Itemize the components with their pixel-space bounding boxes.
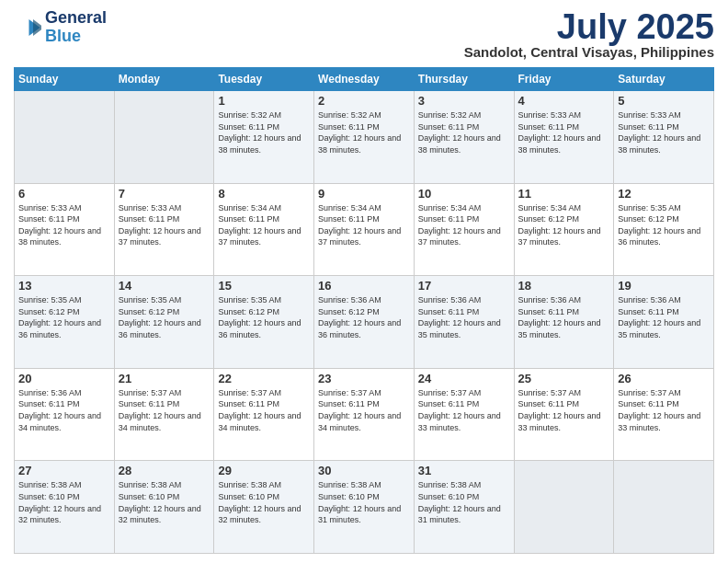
sunset-label: Sunset: 6:11 PM [318,122,380,132]
table-row: 12Sunrise: 5:35 AMSunset: 6:12 PMDayligh… [614,183,714,276]
daylight-label: Daylight: 12 hours and 33 minutes. [418,411,501,432]
sunrise-label: Sunrise: 5:33 AM [18,203,82,213]
header: General Blue July 2025 Sandolot, Central… [14,9,714,60]
svg-marker-1 [33,19,41,36]
col-saturday: Saturday [614,68,714,91]
table-row: 23Sunrise: 5:37 AMSunset: 6:11 PMDayligh… [314,368,415,461]
daylight-label: Daylight: 12 hours and 34 minutes. [218,411,301,432]
daylight-label: Daylight: 12 hours and 37 minutes. [418,226,501,247]
sunset-label: Sunset: 6:11 PM [418,399,480,408]
sunset-label: Sunset: 6:12 PM [218,307,279,316]
col-monday: Monday [114,68,214,91]
day-number: 30 [318,464,410,477]
sunset-label: Sunset: 6:11 PM [18,214,80,224]
day-info: Sunrise: 5:37 AMSunset: 6:11 PMDaylight:… [318,387,410,433]
day-info: Sunrise: 5:38 AMSunset: 6:10 PMDaylight:… [119,479,210,525]
sunset-label: Sunset: 6:10 PM [218,492,279,501]
table-row: 29Sunrise: 5:38 AMSunset: 6:10 PMDayligh… [214,461,314,554]
col-sunday: Sunday [15,68,115,91]
day-number: 2 [318,94,410,108]
day-number: 31 [418,464,510,477]
table-row: 14Sunrise: 5:35 AMSunset: 6:12 PMDayligh… [114,276,214,369]
daylight-label: Daylight: 12 hours and 33 minutes. [618,411,700,432]
day-number: 27 [18,464,110,477]
day-info: Sunrise: 5:32 AMSunset: 6:11 PMDaylight:… [418,109,510,155]
day-number: 8 [218,187,310,201]
table-row: 13Sunrise: 5:35 AMSunset: 6:12 PMDayligh… [15,276,115,369]
daylight-label: Daylight: 12 hours and 38 minutes. [618,133,700,155]
sunrise-label: Sunrise: 5:36 AM [418,295,482,304]
sunrise-label: Sunrise: 5:32 AM [418,110,482,120]
day-number: 21 [119,372,210,385]
day-info: Sunrise: 5:34 AMSunset: 6:11 PMDaylight:… [318,202,410,248]
sunset-label: Sunset: 6:11 PM [618,399,679,408]
day-number: 16 [318,279,410,293]
col-thursday: Thursday [414,68,514,91]
daylight-label: Daylight: 12 hours and 36 minutes. [318,318,401,339]
day-info: Sunrise: 5:37 AMSunset: 6:11 PMDaylight:… [119,387,210,433]
day-info: Sunrise: 5:35 AMSunset: 6:12 PMDaylight:… [18,294,110,340]
sunset-label: Sunset: 6:11 PM [518,399,580,408]
day-info: Sunrise: 5:35 AMSunset: 6:12 PMDaylight:… [119,294,210,340]
sunrise-label: Sunrise: 5:37 AM [618,388,681,397]
day-info: Sunrise: 5:33 AMSunset: 6:11 PMDaylight:… [18,202,110,248]
daylight-label: Daylight: 12 hours and 34 minutes. [18,411,101,432]
day-info: Sunrise: 5:38 AMSunset: 6:10 PMDaylight:… [18,479,110,525]
day-number: 1 [218,94,310,108]
col-wednesday: Wednesday [314,68,415,91]
sunset-label: Sunset: 6:11 PM [119,399,180,408]
daylight-label: Daylight: 12 hours and 38 minutes. [18,226,101,247]
day-info: Sunrise: 5:36 AMSunset: 6:12 PMDaylight:… [318,294,410,340]
daylight-label: Daylight: 12 hours and 31 minutes. [418,504,501,525]
logo-icon [14,14,41,41]
page: General Blue July 2025 Sandolot, Central… [0,0,728,563]
day-number: 5 [618,94,710,108]
day-number: 9 [318,187,410,201]
calendar-week-row: 1Sunrise: 5:32 AMSunset: 6:11 PMDaylight… [15,91,714,184]
table-row: 17Sunrise: 5:36 AMSunset: 6:11 PMDayligh… [414,276,514,369]
day-number: 19 [618,279,710,293]
day-info: Sunrise: 5:32 AMSunset: 6:11 PMDaylight:… [318,109,410,155]
table-row: 7Sunrise: 5:33 AMSunset: 6:11 PMDaylight… [114,183,214,276]
daylight-label: Daylight: 12 hours and 32 minutes. [218,504,301,525]
table-row: 18Sunrise: 5:36 AMSunset: 6:11 PMDayligh… [514,276,614,369]
table-row: 30Sunrise: 5:38 AMSunset: 6:10 PMDayligh… [314,461,415,554]
day-info: Sunrise: 5:38 AMSunset: 6:10 PMDaylight:… [218,479,310,525]
table-row: 5Sunrise: 5:33 AMSunset: 6:11 PMDaylight… [614,91,714,184]
day-info: Sunrise: 5:35 AMSunset: 6:12 PMDaylight:… [218,294,310,340]
sunset-label: Sunset: 6:12 PM [119,307,180,316]
table-row: 2Sunrise: 5:32 AMSunset: 6:11 PMDaylight… [314,91,415,184]
day-number: 4 [518,94,610,108]
daylight-label: Daylight: 12 hours and 38 minutes. [518,133,601,155]
daylight-label: Daylight: 12 hours and 36 minutes. [618,226,700,247]
daylight-label: Daylight: 12 hours and 32 minutes. [119,504,201,525]
sunset-label: Sunset: 6:10 PM [119,492,180,501]
table-row: 4Sunrise: 5:33 AMSunset: 6:11 PMDaylight… [514,91,614,184]
sunset-label: Sunset: 6:12 PM [618,214,679,224]
sunrise-label: Sunrise: 5:38 AM [218,480,281,489]
day-info: Sunrise: 5:36 AMSunset: 6:11 PMDaylight:… [18,387,110,433]
table-row: 21Sunrise: 5:37 AMSunset: 6:11 PMDayligh… [114,368,214,461]
day-number: 25 [518,372,610,385]
daylight-label: Daylight: 12 hours and 37 minutes. [318,226,401,247]
sunset-label: Sunset: 6:12 PM [318,307,380,316]
sunset-label: Sunset: 6:11 PM [318,399,380,408]
day-number: 7 [119,187,210,201]
table-row: 9Sunrise: 5:34 AMSunset: 6:11 PMDaylight… [314,183,415,276]
table-row: 19Sunrise: 5:36 AMSunset: 6:11 PMDayligh… [614,276,714,369]
table-row: 27Sunrise: 5:38 AMSunset: 6:10 PMDayligh… [15,461,115,554]
day-info: Sunrise: 5:34 AMSunset: 6:11 PMDaylight:… [418,202,510,248]
day-number: 3 [418,94,510,108]
col-tuesday: Tuesday [214,68,314,91]
day-info: Sunrise: 5:38 AMSunset: 6:10 PMDaylight:… [418,479,510,525]
sunrise-label: Sunrise: 5:36 AM [18,388,82,397]
day-number: 11 [518,187,610,201]
sunset-label: Sunset: 6:11 PM [618,122,679,132]
sunrise-label: Sunrise: 5:33 AM [518,110,582,120]
day-info: Sunrise: 5:37 AMSunset: 6:11 PMDaylight:… [418,387,510,433]
sunrise-label: Sunrise: 5:38 AM [418,480,482,489]
day-number: 18 [518,279,610,293]
col-friday: Friday [514,68,614,91]
sunset-label: Sunset: 6:11 PM [318,214,380,224]
table-row: 16Sunrise: 5:36 AMSunset: 6:12 PMDayligh… [314,276,415,369]
